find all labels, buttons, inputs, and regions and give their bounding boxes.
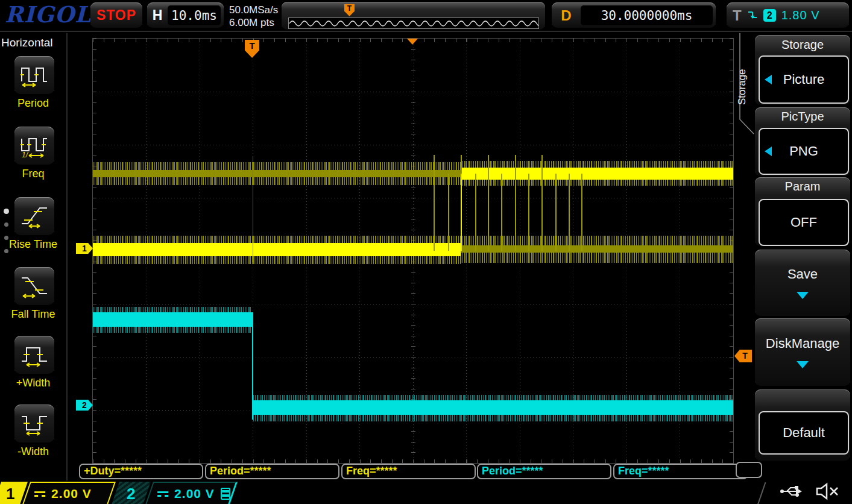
preview-sine-icon: [289, 18, 538, 28]
channel2-memory-icon: [221, 488, 230, 500]
measure-label-neg-width: -Width: [0, 446, 66, 458]
channel1-number: 1: [6, 485, 14, 503]
waveform-display: [92, 38, 734, 464]
measure-button-freq[interactable]: 1/: [14, 127, 54, 165]
measurement-period-ch2[interactable]: Period=*****: [477, 464, 611, 479]
delay-value: 30.0000000ms: [581, 5, 713, 25]
menu-value-text: Picture: [783, 72, 824, 87]
acquisition-info: 50.0MSa/s 6.00M pts: [229, 4, 278, 29]
measure-label-period: Period: [0, 97, 66, 110]
page-dot-active: [4, 209, 9, 214]
left-arrow-icon: [765, 146, 772, 156]
preview-waveform: [288, 17, 539, 29]
menu-value-text: OFF: [790, 215, 817, 230]
falling-edge-icon: [747, 10, 758, 20]
channel1-status[interactable]: 2.00 V: [22, 482, 116, 504]
ch2-high-band: [93, 307, 252, 333]
memory-waveform-preview: T: [282, 2, 545, 30]
channel1-scale: 2.00 V: [51, 487, 92, 501]
menu-header-pictype: PicType: [755, 110, 850, 124]
measurement-box-partial: [736, 462, 762, 478]
menu-value-text: PNG: [789, 143, 818, 159]
pos-width-icon: [21, 342, 48, 368]
trigger-delay-box: D 30.0000000ms: [552, 2, 716, 28]
ch2-ground-marker[interactable]: 2: [76, 400, 93, 411]
left-menu-divider: [66, 33, 68, 480]
run-state-indicator: STOP: [90, 2, 142, 28]
usb-icon: [779, 484, 807, 499]
trigger-status-box: T 2 1.80 V: [727, 2, 849, 28]
period-icon: [21, 62, 48, 89]
menu-button-diskmanage[interactable]: DiskManage: [755, 318, 850, 386]
measure-button-neg-width[interactable]: [14, 405, 54, 443]
trigger-source-badge: 2: [763, 9, 776, 22]
sample-rate: 50.0MSa/s: [229, 4, 278, 16]
neg-width-icon: [21, 411, 48, 437]
dc-coupling-icon: [157, 491, 168, 497]
horizontal-label: H: [147, 7, 168, 24]
rise-time-icon: [21, 203, 48, 230]
preview-trigger-marker[interactable]: T: [344, 4, 355, 16]
measure-label-freq: Freq: [0, 168, 66, 180]
measure-button-period[interactable]: [14, 56, 54, 95]
measure-label-pos-width: +Width: [0, 377, 66, 389]
freq-icon: 1/: [21, 133, 48, 159]
left-arrow-icon: [765, 75, 772, 84]
trigger-level-marker[interactable]: T: [734, 350, 752, 362]
measurement-freq-ch2[interactable]: Freq=*****: [613, 464, 748, 479]
channel2-tab[interactable]: 2: [111, 482, 151, 504]
measure-button-pos-width[interactable]: [14, 336, 54, 374]
measure-label-fall-time: Fall Time: [0, 308, 66, 321]
topbar-separator: [0, 31, 852, 32]
menu-tab-label: Storage: [736, 52, 748, 122]
page-dot: [4, 222, 8, 227]
channel2-scale: 2.00 V: [174, 487, 215, 501]
channel2-status[interactable]: 2.00 V: [145, 482, 238, 504]
delay-label: D: [552, 7, 581, 24]
channel2-number: 2: [127, 485, 135, 503]
measurement-period-ch1[interactable]: Period=*****: [205, 464, 339, 479]
oscilloscope-screen: RIGOL STOP H 10.0ms 50.0MSa/s 6.00M pts …: [0, 0, 852, 504]
measurement-duty-ch1[interactable]: +Duty=*****: [79, 464, 203, 479]
menu-value-pictype[interactable]: PNG: [759, 128, 849, 175]
fall-time-icon: [21, 273, 48, 300]
menu-value-text: Default: [783, 425, 825, 441]
ch2-low-band: [253, 395, 733, 421]
measure-button-rise-time[interactable]: [14, 197, 54, 236]
measurement-freq-ch1[interactable]: Freq=*****: [341, 464, 476, 479]
ch1-high-band-dim: [93, 162, 461, 185]
measure-label-rise-time: Rise Time: [0, 238, 66, 251]
trigger-level-value: 1.80 V: [781, 8, 820, 22]
rigol-logo: RIGOL: [5, 1, 91, 28]
menu-header-param: Param: [755, 180, 850, 194]
ch1-ground-marker[interactable]: 1: [76, 243, 93, 254]
left-menu-title: Horizontal: [1, 36, 65, 49]
bottombar-divider: [757, 482, 766, 504]
menu-value-param[interactable]: OFF: [759, 199, 849, 246]
down-arrow-icon: [797, 361, 809, 368]
dc-coupling-icon: [34, 491, 45, 497]
horizontal-timebase-box: H 10.0ms: [147, 2, 224, 28]
menu-button-save[interactable]: Save: [755, 250, 850, 316]
horizontal-center-marker: [407, 39, 418, 45]
menu-value-default[interactable]: Default: [759, 411, 849, 455]
ch1-low-band-bright: [93, 236, 461, 264]
timebase-value: 10.0ms: [168, 5, 221, 25]
page-dot: [4, 236, 8, 240]
measure-button-fall-time[interactable]: [14, 267, 54, 306]
svg-text:1/: 1/: [22, 151, 29, 159]
memory-depth: 6.00M pts: [229, 16, 278, 29]
speaker-muted-icon: [815, 482, 842, 501]
down-arrow-icon: [797, 292, 809, 299]
page-dot: [4, 249, 8, 253]
menu-button-label: Save: [787, 266, 818, 282]
trigger-label: T: [733, 7, 742, 24]
menu-header-storage: Storage: [755, 38, 850, 52]
menu-value-storage[interactable]: Picture: [759, 55, 849, 104]
menu-button-label: DiskManage: [766, 336, 839, 351]
